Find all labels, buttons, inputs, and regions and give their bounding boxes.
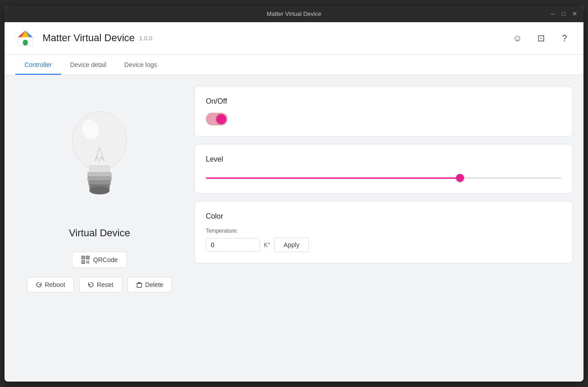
- svg-rect-7: [90, 166, 109, 173]
- action-buttons: Reboot Reset: [27, 277, 172, 292]
- temperature-row: K° Apply: [206, 238, 561, 252]
- titlebar-controls: ─ □ ✕: [549, 10, 578, 18]
- reboot-button[interactable]: Reboot: [27, 277, 74, 292]
- minimize-button[interactable]: ─: [549, 10, 556, 18]
- svg-rect-4: [23, 40, 28, 46]
- svg-point-12: [90, 187, 109, 194]
- titlebar-title: Matter Virtual Device: [267, 10, 321, 17]
- reboot-label: Reboot: [45, 281, 65, 288]
- temperature-label: Temperature:: [206, 228, 561, 234]
- header-icons: ☺ ⊡ ?: [509, 30, 573, 46]
- bulb-image: [54, 93, 145, 220]
- app-window: Matter Virtual Device ─ □ ✕ Matter Virtu…: [5, 6, 583, 382]
- tab-device-detail[interactable]: Device detail: [61, 55, 115, 75]
- svg-rect-23: [86, 263, 87, 263]
- app-logo: [15, 28, 35, 48]
- emoji-icon-button[interactable]: ☺: [509, 30, 526, 46]
- qrcode-button[interactable]: QRCode: [72, 252, 127, 268]
- toggle-container: [206, 113, 561, 125]
- svg-rect-16: [83, 257, 84, 258]
- feedback-icon-button[interactable]: ⊡: [533, 30, 549, 46]
- left-panel: Virtual Device QRCode: [5, 75, 194, 382]
- qrcode-icon: [81, 256, 90, 264]
- reset-icon: [88, 282, 94, 288]
- svg-rect-24: [88, 263, 89, 263]
- onoff-card: On/Off: [194, 86, 573, 137]
- titlebar: Matter Virtual Device ─ □ ✕: [5, 6, 583, 22]
- level-title: Level: [206, 155, 561, 163]
- help-icon-button[interactable]: ?: [556, 30, 573, 46]
- reset-label: Reset: [97, 281, 114, 288]
- apply-button[interactable]: Apply: [274, 238, 309, 252]
- temperature-unit: K°: [264, 241, 270, 248]
- delete-label: Delete: [145, 281, 163, 288]
- reset-button[interactable]: Reset: [79, 277, 122, 292]
- svg-rect-22: [88, 261, 89, 262]
- app-version: 1.0.0: [139, 35, 152, 42]
- right-panel: On/Off Level Color Tempe: [194, 75, 583, 382]
- reboot-icon: [36, 282, 42, 288]
- color-card: Color Temperature: K° Apply: [194, 201, 573, 263]
- delete-icon: [136, 282, 142, 288]
- device-name: Virtual Device: [69, 227, 130, 239]
- svg-rect-21: [86, 261, 87, 262]
- onoff-title: On/Off: [206, 97, 561, 105]
- tabs-bar: Controller Device detail Device logs: [5, 55, 583, 75]
- delete-button[interactable]: Delete: [128, 277, 172, 292]
- svg-rect-25: [87, 262, 88, 263]
- close-button[interactable]: ✕: [571, 10, 578, 18]
- temperature-input[interactable]: [206, 238, 260, 252]
- app-header: Matter Virtual Device 1.0.0 ☺ ⊡ ?: [5, 22, 583, 55]
- tab-controller[interactable]: Controller: [15, 55, 61, 75]
- toggle-thumb: [216, 114, 226, 124]
- app-title: Matter Virtual Device: [43, 32, 135, 44]
- color-title: Color: [206, 212, 561, 220]
- level-slider[interactable]: [206, 177, 561, 179]
- onoff-toggle[interactable]: [206, 113, 228, 125]
- svg-rect-26: [137, 283, 142, 287]
- slider-container: [206, 171, 561, 182]
- level-card: Level: [194, 144, 573, 194]
- svg-rect-18: [87, 257, 88, 258]
- svg-rect-20: [83, 262, 84, 263]
- tab-device-logs[interactable]: Device logs: [115, 55, 166, 75]
- main-content: Virtual Device QRCode: [5, 75, 583, 382]
- qrcode-label: QRCode: [93, 256, 118, 263]
- maximize-button[interactable]: □: [560, 10, 567, 18]
